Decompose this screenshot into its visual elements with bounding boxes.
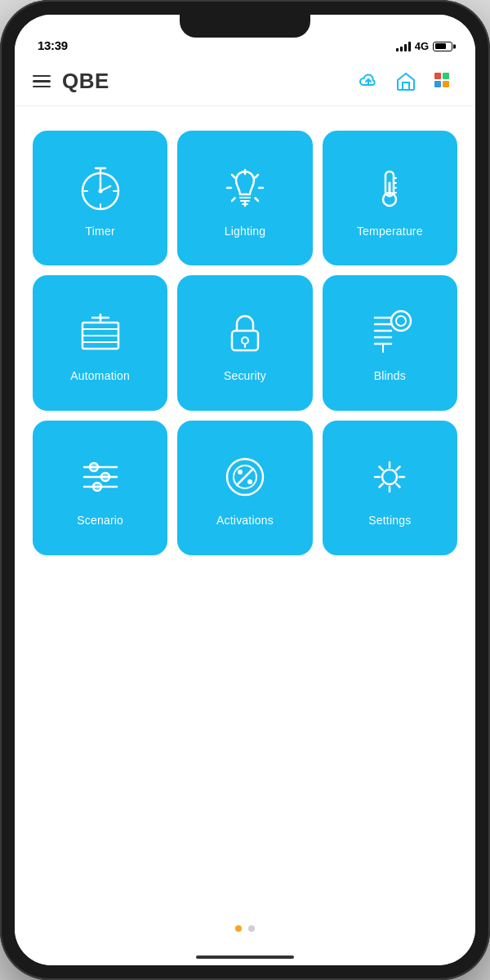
app-title: QBE xyxy=(62,69,109,94)
notch xyxy=(180,15,310,38)
timer-icon xyxy=(72,159,129,216)
settings-icon xyxy=(361,448,418,506)
svg-point-35 xyxy=(93,483,101,491)
signal-icon xyxy=(396,42,411,51)
svg-point-20 xyxy=(242,337,248,344)
cloud-icon[interactable] xyxy=(354,68,382,96)
app-content: Timer xyxy=(15,106,475,908)
network-label: 4G xyxy=(415,40,429,52)
temperature-label: Temperature xyxy=(357,225,423,238)
home-icon[interactable] xyxy=(392,68,420,96)
svg-point-41 xyxy=(382,470,397,484)
svg-rect-2 xyxy=(434,81,441,87)
svg-rect-0 xyxy=(434,73,441,79)
svg-point-38 xyxy=(238,470,243,474)
tile-security[interactable]: Security xyxy=(177,275,312,410)
automation-label: Automation xyxy=(70,369,130,382)
lighting-label: Lighting xyxy=(225,225,266,238)
svg-point-5 xyxy=(98,189,102,193)
app-header: QBE xyxy=(15,57,475,106)
svg-point-23 xyxy=(396,316,406,326)
header-left: QBE xyxy=(33,69,109,94)
phone-screen: 13:39 4G xyxy=(15,15,475,965)
status-time: 13:39 xyxy=(38,38,68,52)
svg-point-33 xyxy=(90,463,98,471)
blinds-label: Blinds xyxy=(374,369,406,382)
battery-icon xyxy=(433,42,452,51)
page-dots xyxy=(15,908,475,949)
phone-frame: 13:39 4G xyxy=(0,0,490,980)
header-right xyxy=(354,68,457,96)
home-bar xyxy=(196,956,294,959)
automation-icon xyxy=(72,304,129,361)
tile-activations[interactable]: Activations xyxy=(177,421,312,555)
tile-settings[interactable]: Settings xyxy=(323,421,457,555)
page-dot-1[interactable] xyxy=(235,925,242,932)
lighting-icon xyxy=(216,159,274,216)
security-icon xyxy=(216,304,274,361)
settings-label: Settings xyxy=(368,514,411,527)
home-indicator xyxy=(15,949,475,965)
svg-rect-3 xyxy=(443,81,449,87)
tile-blinds[interactable]: Blinds xyxy=(323,275,457,410)
tile-automation[interactable]: Automation xyxy=(33,275,167,410)
security-label: Security xyxy=(224,369,266,382)
scenario-icon xyxy=(72,448,129,506)
blinds-icon xyxy=(361,304,418,361)
svg-point-22 xyxy=(391,311,411,331)
tile-temperature[interactable]: Temperature xyxy=(323,131,457,265)
timer-label: Timer xyxy=(86,225,115,238)
page-dot-2[interactable] xyxy=(248,925,255,932)
tile-timer[interactable]: Timer xyxy=(33,131,167,265)
temperature-icon xyxy=(361,159,418,216)
svg-point-39 xyxy=(247,479,252,484)
svg-point-34 xyxy=(101,473,109,481)
tile-scenario[interactable]: Scenario xyxy=(33,421,167,555)
scenario-label: Scenario xyxy=(77,514,123,527)
status-icons: 4G xyxy=(396,40,452,52)
tile-lighting[interactable]: Lighting xyxy=(177,131,312,265)
svg-rect-1 xyxy=(443,73,449,79)
apps-icon[interactable] xyxy=(430,68,457,96)
activations-icon xyxy=(216,448,274,506)
tile-grid: Timer xyxy=(33,131,457,555)
activations-label: Activations xyxy=(216,514,274,527)
menu-button[interactable] xyxy=(33,75,51,88)
